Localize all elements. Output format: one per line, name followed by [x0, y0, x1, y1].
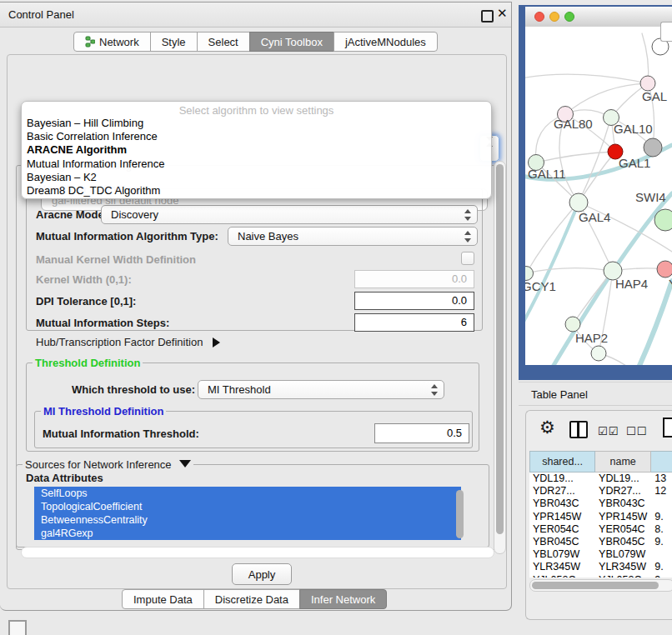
network-window-titlebar[interactable] — [525, 7, 672, 28]
table-row[interactable]: YBR043CYBR043C — [529, 498, 672, 510]
tab-select[interactable]: Select — [197, 32, 250, 52]
divider — [519, 405, 672, 406]
manual-kernel-width-label: Manual Kernel Width Definition — [36, 253, 196, 266]
gear-icon[interactable]: ⚙ — [539, 418, 555, 438]
table-row[interactable]: YER054CYER054C8. — [529, 523, 672, 536]
cyni-toolbox-panel: gal-filtered sif default node Select alg… — [7, 54, 507, 589]
aracne-mode-value: Discovery — [111, 208, 158, 221]
network-canvas[interactable]: GALGAL80GAL10GAL1GAL11SWI4GAL4GCY1HAP4YH… — [525, 27, 672, 365]
tab-label: Style — [162, 36, 186, 48]
network-toolbar-fragment[interactable] — [660, 22, 672, 42]
apply-button[interactable]: Apply — [232, 563, 292, 585]
kernel-width-field[interactable]: 0.0 — [354, 270, 474, 288]
table-hscrollbar[interactable] — [529, 579, 672, 592]
hub-definition-label: Hub/Transcription Factor Definition — [36, 336, 203, 348]
table-header-row: shared...name — [529, 451, 672, 472]
data-attribute-item[interactable]: gal4RGexp — [34, 527, 461, 540]
table-row[interactable]: YBR045CYBR045C9. — [529, 536, 672, 548]
table-cell: YBR043C — [595, 498, 651, 510]
data-attribute-item[interactable]: BetweennessCentrality — [34, 513, 461, 527]
data-attributes-list[interactable]: SelfLoopsTopologicalCoefficientBetweenne… — [34, 487, 464, 545]
table-cell: YLR345W — [529, 561, 595, 573]
settings-scrollbar[interactable] — [494, 161, 506, 554]
network-node-b1[interactable] — [591, 346, 606, 361]
mi-algorithm-type-label: Mutual Information Algorithm Type: — [36, 230, 218, 242]
mi-algorithm-type-combo[interactable]: Naive Bayes — [228, 227, 478, 246]
network-edge[interactable] — [525, 74, 648, 83]
table-row[interactable]: YBL079WYBL079W — [529, 548, 672, 561]
control-panel-titlebar[interactable]: Control Panel ✕ — [0, 2, 511, 28]
columns-icon[interactable] — [569, 421, 588, 438]
bottom-tab-impute-data[interactable]: Impute Data — [122, 589, 204, 609]
bottom-tab-discretize-data[interactable]: Discretize Data — [203, 589, 300, 609]
mi-steps-field[interactable]: 6 — [354, 313, 474, 332]
table-cell: 9. — [651, 511, 672, 523]
control-panel-title: Control Panel — [8, 8, 74, 21]
algorithm-option[interactable]: Bayesian – K2 — [22, 171, 491, 184]
mi-threshold-label: Mutual Information Threshold: — [43, 428, 199, 440]
attributes-scrollbar-thumb[interactable] — [456, 490, 464, 538]
minimize-traffic-light-icon[interactable] — [549, 12, 559, 22]
table-panel-window: ⚙ ☑☑ ☐☐ shared...name YDL19...YDL19...13… — [525, 410, 672, 620]
algorithm-option[interactable]: Basic Correlation Inference — [22, 130, 491, 143]
which-threshold-label: Which threshold to use: — [72, 383, 195, 396]
node-label: HAP4 — [615, 277, 648, 291]
hub-definition-expander[interactable]: Hub/Transcription Factor Definition — [36, 336, 220, 348]
zoom-traffic-light-icon[interactable] — [564, 12, 574, 22]
column-header[interactable] — [651, 451, 672, 472]
float-window-icon[interactable] — [481, 10, 494, 22]
network-node-swi4[interactable] — [654, 209, 672, 231]
network-edge[interactable] — [526, 268, 613, 273]
table-cell: YPR145W — [595, 511, 651, 523]
list-hscroll-track[interactable] — [21, 547, 494, 558]
data-attribute-item[interactable]: SelfLoops — [34, 487, 461, 500]
tab-network[interactable]: Network — [73, 32, 151, 52]
algorithm-option[interactable]: Dream8 DC_TDC Algorithm — [22, 184, 491, 198]
manual-kernel-width-checkbox[interactable] — [461, 252, 474, 265]
tab-label: jActiveMNodules — [345, 36, 426, 48]
tab-cyni-toolbox[interactable]: Cyni Toolbox — [249, 32, 334, 52]
network-edge[interactable] — [536, 152, 615, 162]
settings-scrollbar-thumb[interactable] — [496, 164, 504, 534]
node-label: GAL10 — [614, 122, 653, 136]
network-node-grayn[interactable] — [644, 138, 662, 157]
close-traffic-light-icon[interactable] — [534, 12, 544, 22]
stepper-arrows-icon — [430, 383, 438, 397]
bottom-tab-infer-network[interactable]: Infer Network — [299, 589, 387, 609]
network-node-gal4[interactable] — [569, 193, 588, 212]
deselect-all-checks-icon[interactable]: ☐☐ — [626, 425, 647, 438]
select-all-checks-icon[interactable]: ☑☑ — [598, 425, 619, 438]
network-edge[interactable] — [573, 271, 613, 324]
table-hscrollbar-thumb[interactable] — [532, 582, 659, 589]
network-edge[interactable] — [624, 281, 672, 365]
table-row[interactable]: YDL19...YDL19...13 — [529, 472, 672, 485]
network-edge[interactable] — [565, 83, 648, 114]
algorithm-option[interactable]: Bayesian – Hill Climbing — [22, 117, 491, 130]
aracne-mode-combo[interactable]: Discovery — [101, 205, 478, 224]
tab-style[interactable]: Style — [150, 32, 198, 52]
table-row[interactable]: YJL052CYJL052C9 — [529, 574, 672, 578]
table-cell: YDR27... — [595, 485, 651, 498]
network-edge[interactable] — [525, 202, 579, 331]
network-node-y[interactable] — [657, 261, 672, 278]
table-row[interactable]: YLR345WYLR345W9. — [529, 561, 672, 573]
which-threshold-combo[interactable]: MI Threshold — [198, 380, 444, 399]
column-header[interactable]: shared... — [529, 451, 595, 472]
table-row[interactable]: YDR27...YDR27...12 — [529, 485, 672, 498]
table-row[interactable]: YPR145WYPR145W9. — [529, 511, 672, 523]
tab-jactivemnodules[interactable]: jActiveMNodules — [333, 32, 438, 52]
mi-threshold-field[interactable]: 0.5 — [374, 423, 469, 443]
column-header[interactable]: name — [595, 451, 651, 472]
algorithm-option[interactable]: ARACNE Algorithm — [22, 143, 491, 157]
table-cell: 13 — [651, 472, 672, 485]
algorithm-option[interactable]: Mutual Information Inference — [22, 158, 491, 171]
close-icon[interactable]: ✕ — [497, 6, 508, 21]
page-icon[interactable] — [663, 418, 672, 438]
table-cell: YBL079W — [529, 548, 595, 561]
table-cell: 9 — [651, 574, 672, 578]
data-attribute-item[interactable]: TopologicalCoefficient — [34, 500, 461, 513]
network-node-gcy1[interactable] — [525, 267, 534, 281]
minimized-panel-icon[interactable] — [8, 620, 27, 635]
dpi-tolerance-field[interactable]: 0.0 — [354, 292, 474, 310]
network-node-hap2[interactable] — [565, 317, 580, 332]
